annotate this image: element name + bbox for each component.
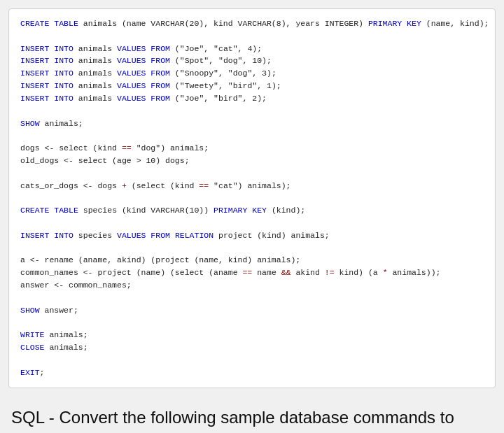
page-container: CREATE TABLE animals (name VARCHAR(20), …	[0, 0, 504, 433]
description-section: SQL - Convert the following sample datab…	[8, 401, 496, 433]
description-text: SQL - Convert the following sample datab…	[11, 406, 493, 433]
code-block: CREATE TABLE animals (name VARCHAR(20), …	[8, 8, 496, 388]
